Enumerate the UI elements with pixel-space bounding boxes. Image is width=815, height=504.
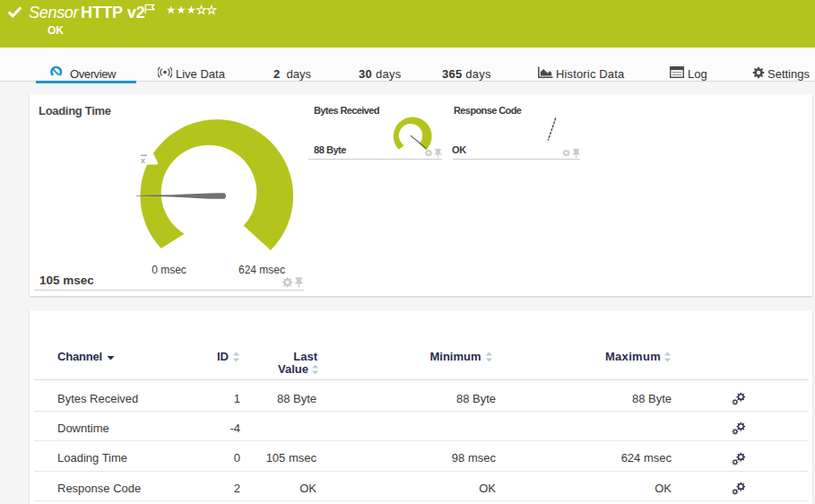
svg-text:x: x bbox=[141, 155, 145, 165]
